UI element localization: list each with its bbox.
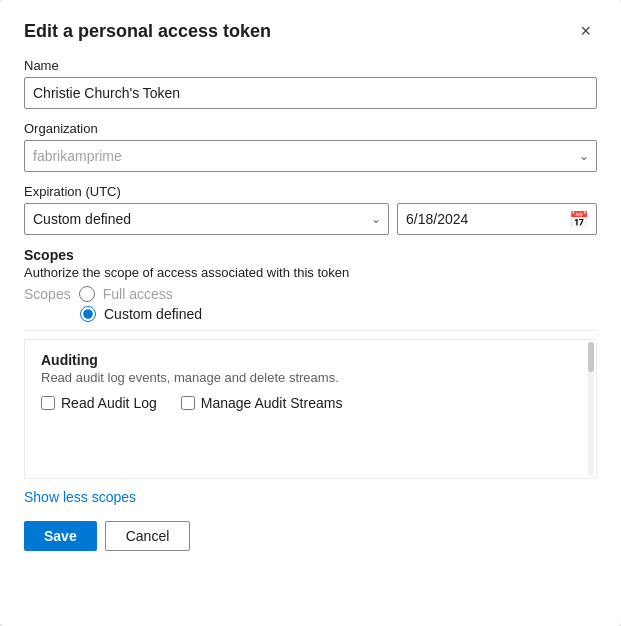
- scrollbar-track: [588, 342, 594, 476]
- manage-audit-streams-label: Manage Audit Streams: [201, 395, 343, 411]
- show-scopes-link[interactable]: Show less scopes: [24, 489, 136, 505]
- auditing-group-desc: Read audit log events, manage and delete…: [41, 370, 580, 385]
- dialog-header: Edit a personal access token ×: [24, 20, 597, 42]
- read-audit-log-checkbox-label[interactable]: Read Audit Log: [41, 395, 157, 411]
- name-input[interactable]: [24, 77, 597, 109]
- custom-defined-label: Custom defined: [104, 306, 202, 322]
- divider: [24, 330, 597, 331]
- scopes-section: Scopes Authorize the scope of access ass…: [24, 247, 597, 322]
- close-button[interactable]: ×: [574, 20, 597, 42]
- manage-audit-streams-checkbox-label[interactable]: Manage Audit Streams: [181, 395, 343, 411]
- org-field-group: Organization fabrikamprime ⌄: [24, 121, 597, 172]
- custom-defined-radio[interactable]: [80, 306, 96, 322]
- dialog-title: Edit a personal access token: [24, 21, 271, 42]
- name-field-group: Name: [24, 58, 597, 109]
- scopes-title: Scopes: [24, 247, 597, 263]
- full-access-radio-label[interactable]: Scopes Full access: [24, 286, 597, 302]
- button-row: Save Cancel: [24, 521, 597, 551]
- org-select[interactable]: fabrikamprime: [24, 140, 597, 172]
- scopes-desc: Authorize the scope of access associated…: [24, 265, 597, 280]
- scrollbar-thumb: [588, 342, 594, 372]
- date-input[interactable]: [397, 203, 597, 235]
- org-label: Organization: [24, 121, 597, 136]
- expiration-select[interactable]: Custom defined 30 days 60 days 90 days: [24, 203, 389, 235]
- read-audit-log-checkbox[interactable]: [41, 396, 55, 410]
- org-select-wrapper: fabrikamprime ⌄: [24, 140, 597, 172]
- expiration-label: Expiration (UTC): [24, 184, 597, 199]
- manage-audit-streams-checkbox[interactable]: [181, 396, 195, 410]
- full-access-label: Full access: [103, 286, 173, 302]
- scopes-radio-group-label: Scopes: [24, 286, 71, 302]
- full-access-radio[interactable]: [79, 286, 95, 302]
- cancel-button[interactable]: Cancel: [105, 521, 191, 551]
- name-label: Name: [24, 58, 597, 73]
- scope-checkboxes: Read Audit Log Manage Audit Streams: [41, 395, 580, 411]
- edit-token-dialog: Edit a personal access token × Name Orga…: [0, 0, 621, 626]
- custom-defined-radio-label[interactable]: Custom defined: [80, 306, 597, 322]
- date-input-wrap: 📅: [397, 203, 597, 235]
- expiration-field-group: Expiration (UTC) Custom defined 30 days …: [24, 184, 597, 235]
- scopes-radio-group: Scopes Full access Custom defined: [24, 286, 597, 322]
- read-audit-log-label: Read Audit Log: [61, 395, 157, 411]
- expiration-row: Custom defined 30 days 60 days 90 days ⌄…: [24, 203, 597, 235]
- expiration-select-wrap: Custom defined 30 days 60 days 90 days ⌄: [24, 203, 389, 235]
- auditing-group-title: Auditing: [41, 352, 580, 368]
- scopes-box-inner: Auditing Read audit log events, manage a…: [25, 340, 596, 423]
- save-button[interactable]: Save: [24, 521, 97, 551]
- scopes-box[interactable]: Auditing Read audit log events, manage a…: [24, 339, 597, 479]
